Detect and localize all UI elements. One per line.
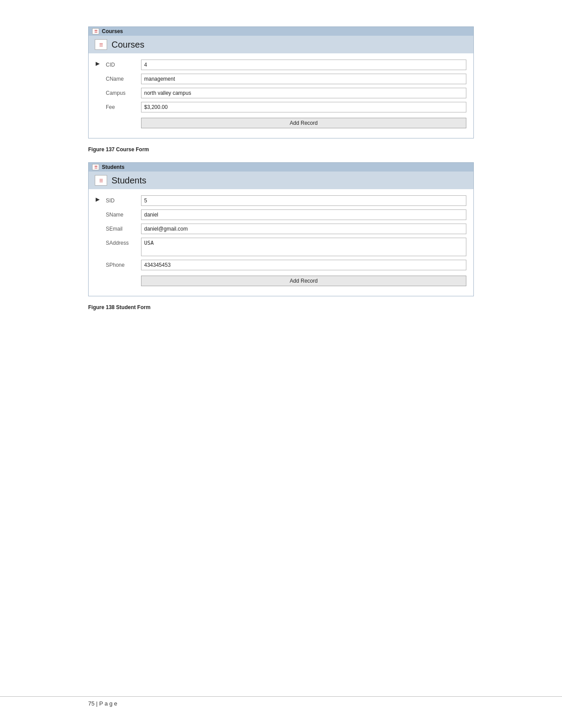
students-add-record-button[interactable]: Add Record — [141, 276, 466, 286]
courses-input-campus[interactable] — [141, 88, 466, 98]
courses-figure-caption: Figure 137 Course Form — [88, 146, 474, 153]
students-label-sname: SName — [106, 209, 141, 218]
students-label-sphone: SPhone — [106, 260, 141, 268]
footer-page-label: P a g e — [99, 700, 117, 707]
courses-form-window: ☰ Courses ☰ Courses ▶ CID CName — [88, 26, 474, 138]
courses-title-bar: ☰ Courses — [89, 27, 473, 36]
courses-title-icon: ☰ — [92, 28, 99, 34]
courses-label-cname: CName — [106, 74, 141, 82]
students-title-icon: ☰ — [92, 164, 99, 170]
students-field-row-sid: SID — [106, 195, 466, 206]
courses-field-row-cid: CID — [106, 60, 466, 70]
students-field-row-saddress: SAddress USA — [106, 238, 466, 256]
students-field-row-sphone: SPhone — [106, 260, 466, 270]
students-input-sname[interactable] — [141, 209, 466, 220]
courses-label-campus: Campus — [106, 88, 141, 96]
students-figure-caption: Figure 138 Student Form — [88, 304, 474, 310]
students-title-bar: ☰ Students — [89, 163, 473, 172]
courses-field-row-fee: Fee — [106, 102, 466, 112]
students-label-saddress: SAddress — [106, 238, 141, 246]
students-title-label: Students — [102, 164, 124, 170]
courses-form-body: ▶ CID CName Campus Fe — [89, 53, 473, 138]
students-label-semail: SEmail — [106, 224, 141, 232]
courses-field-row-campus: Campus — [106, 88, 466, 98]
courses-input-fee[interactable] — [141, 102, 466, 112]
students-input-semail[interactable] — [141, 224, 466, 234]
courses-nav-arrow: ▶ — [96, 60, 100, 67]
students-form-header: ☰ Students — [89, 172, 473, 189]
courses-input-cname[interactable] — [141, 74, 466, 84]
footer-separator: | — [94, 700, 99, 707]
page-number: 75 — [88, 700, 94, 707]
students-field-row-sname: SName — [106, 209, 466, 220]
courses-add-record-button[interactable]: Add Record — [141, 118, 466, 128]
students-input-sid[interactable] — [141, 195, 466, 206]
students-header-icon: ☰ — [95, 175, 107, 186]
courses-header-icon: ☰ — [95, 39, 107, 50]
students-input-sphone[interactable] — [141, 260, 466, 270]
students-form-body: ▶ SID SName SEmail SA — [89, 189, 473, 296]
courses-header-title: Courses — [112, 40, 144, 50]
courses-record-nav: ▶ CID CName Campus Fe — [96, 58, 466, 131]
students-header-title: Students — [112, 175, 146, 186]
page-footer: 75 | P a g e — [0, 696, 562, 710]
students-fields: SID SName SEmail SAddress USA — [106, 195, 466, 286]
courses-label-fee: Fee — [106, 102, 141, 110]
courses-field-row-cname: CName — [106, 74, 466, 84]
courses-input-cid[interactable] — [141, 60, 466, 70]
students-input-saddress[interactable]: USA — [141, 238, 466, 256]
students-nav-arrow: ▶ — [96, 196, 100, 202]
students-label-sid: SID — [106, 195, 141, 204]
courses-fields: CID CName Campus Fee — [106, 60, 466, 128]
students-record-nav: ▶ SID SName SEmail SA — [96, 194, 466, 289]
courses-label-cid: CID — [106, 60, 141, 68]
students-form-window: ☰ Students ☰ Students ▶ SID SName — [88, 162, 474, 296]
students-field-row-semail: SEmail — [106, 224, 466, 234]
courses-form-header: ☰ Courses — [89, 36, 473, 53]
courses-title-label: Courses — [102, 28, 123, 34]
